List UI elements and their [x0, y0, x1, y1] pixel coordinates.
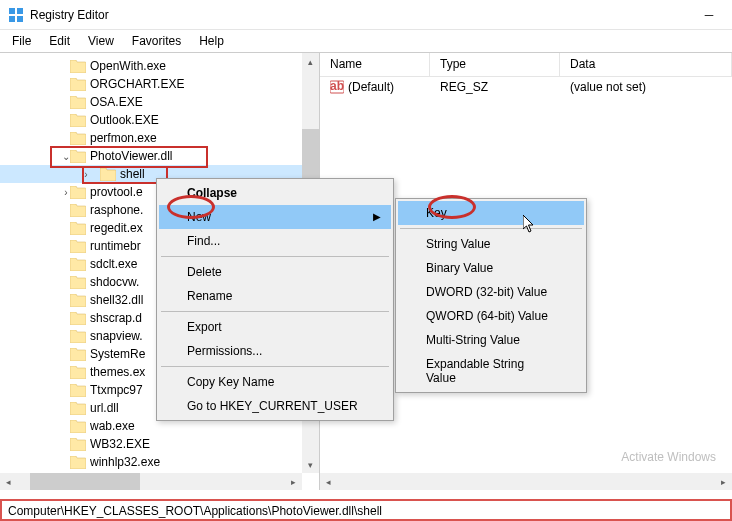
svg-rect-3 — [17, 16, 23, 22]
tree-item-label: OSA.EXE — [90, 95, 143, 109]
ctx-separator — [161, 256, 389, 257]
tree-item-label: runtimebr — [90, 239, 141, 253]
ctx-separator — [400, 228, 582, 229]
window-controls: ─ — [694, 5, 724, 25]
menu-favorites[interactable]: Favorites — [124, 32, 189, 50]
folder-icon — [70, 186, 86, 199]
ctx-delete[interactable]: Delete — [159, 260, 391, 284]
tree-item-label: url.dll — [90, 401, 119, 415]
folder-icon — [100, 168, 116, 181]
string-value-icon: ab — [330, 80, 344, 94]
statusbar: Computer\HKEY_CLASSES_ROOT\Applications\… — [0, 499, 732, 521]
svg-rect-1 — [17, 8, 23, 14]
folder-icon — [70, 330, 86, 343]
row-name: (Default) — [348, 80, 394, 94]
tree-item-label: shell32.dll — [90, 293, 143, 307]
menu-view[interactable]: View — [80, 32, 122, 50]
folder-icon — [70, 150, 86, 163]
folder-icon — [70, 114, 86, 127]
ctx-new-binary[interactable]: Binary Value — [398, 256, 584, 280]
tree-vscroll-thumb[interactable] — [302, 129, 319, 183]
tree-item[interactable]: OpenWith.exe — [0, 57, 319, 75]
expander-icon[interactable]: ⌄ — [60, 151, 72, 162]
ctx-rename[interactable]: Rename — [159, 284, 391, 308]
tree-item-label: shscrap.d — [90, 311, 142, 325]
tree-item-label: snapview. — [90, 329, 143, 343]
minimize-button[interactable]: ─ — [694, 5, 724, 25]
ctx-separator — [161, 311, 389, 312]
grid-hscrollbar[interactable]: ◂ ▸ — [320, 473, 732, 490]
app-icon — [8, 7, 24, 23]
folder-icon — [70, 240, 86, 253]
status-path: Computer\HKEY_CLASSES_ROOT\Applications\… — [8, 504, 382, 518]
ctx-export[interactable]: Export — [159, 315, 391, 339]
tree-item[interactable]: WB32.EXE — [0, 435, 319, 453]
folder-icon — [70, 366, 86, 379]
col-type[interactable]: Type — [430, 53, 560, 76]
tree-item-label: SystemRe — [90, 347, 145, 361]
folder-icon — [70, 438, 86, 451]
tree-item-label: wab.exe — [90, 419, 135, 433]
tree-item-label: perfmon.exe — [90, 131, 157, 145]
expander-icon[interactable]: › — [60, 187, 72, 198]
tree-item-label: themes.ex — [90, 365, 145, 379]
ctx-new-dword[interactable]: DWORD (32-bit) Value — [398, 280, 584, 304]
folder-icon — [70, 456, 86, 469]
ctx-new-key[interactable]: Key — [398, 201, 584, 225]
ctx-new-multistring[interactable]: Multi-String Value — [398, 328, 584, 352]
tree-item[interactable]: ORGCHART.EXE — [0, 75, 319, 93]
context-submenu-new: Key String Value Binary Value DWORD (32-… — [395, 198, 587, 393]
tree-hscroll-thumb[interactable] — [30, 473, 140, 490]
folder-icon — [70, 78, 86, 91]
menubar: File Edit View Favorites Help — [0, 30, 732, 52]
menu-help[interactable]: Help — [191, 32, 232, 50]
ctx-collapse[interactable]: Collapse — [159, 181, 391, 205]
tree-item-label: Ttxmpc97 — [90, 383, 143, 397]
ctx-copy-key-name[interactable]: Copy Key Name — [159, 370, 391, 394]
col-name[interactable]: Name — [320, 53, 430, 76]
svg-rect-2 — [9, 16, 15, 22]
tree-item-label: Outlook.EXE — [90, 113, 159, 127]
ctx-new-qword[interactable]: QWORD (64-bit) Value — [398, 304, 584, 328]
svg-text:ab: ab — [330, 80, 344, 93]
col-data[interactable]: Data — [560, 53, 732, 76]
folder-icon — [70, 420, 86, 433]
tree-item[interactable]: OSA.EXE — [0, 93, 319, 111]
submenu-arrow-icon: ▶ — [373, 211, 381, 222]
ctx-goto-hkcu[interactable]: Go to HKEY_CURRENT_USER — [159, 394, 391, 418]
ctx-new[interactable]: New ▶ — [159, 205, 391, 229]
grid-header: Name Type Data — [320, 53, 732, 77]
folder-icon — [70, 348, 86, 361]
tree-item-label: shell — [120, 167, 145, 181]
tree-item-label: OpenWith.exe — [90, 59, 166, 73]
tree-item-label: provtool.e — [90, 185, 143, 199]
ctx-permissions[interactable]: Permissions... — [159, 339, 391, 363]
ctx-new-string[interactable]: String Value — [398, 232, 584, 256]
folder-icon — [70, 276, 86, 289]
row-type: REG_SZ — [430, 78, 560, 96]
tree-item-label: winhlp32.exe — [90, 455, 160, 469]
folder-icon — [70, 312, 86, 325]
folder-icon — [70, 384, 86, 397]
expander-icon[interactable]: › — [80, 169, 92, 180]
menu-file[interactable]: File — [4, 32, 39, 50]
tree-item[interactable]: Outlook.EXE — [0, 111, 319, 129]
grid-row[interactable]: ab (Default) REG_SZ (value not set) — [320, 77, 732, 97]
ctx-separator — [161, 366, 389, 367]
menu-edit[interactable]: Edit — [41, 32, 78, 50]
tree-item-label: shdocvw. — [90, 275, 139, 289]
context-menu: Collapse New ▶ Find... Delete Rename Exp… — [156, 178, 394, 421]
tree-item-label: sdclt.exe — [90, 257, 137, 271]
ctx-find[interactable]: Find... — [159, 229, 391, 253]
tree-item-label: regedit.ex — [90, 221, 143, 235]
window-title: Registry Editor — [30, 8, 109, 22]
folder-icon — [70, 204, 86, 217]
folder-icon — [70, 258, 86, 271]
ctx-new-expandable[interactable]: Expandable String Value — [398, 352, 584, 390]
tree-hscrollbar[interactable]: ◂ ▸ — [0, 473, 302, 490]
folder-icon — [70, 294, 86, 307]
tree-item[interactable]: perfmon.exe — [0, 129, 319, 147]
tree-item-label: PhotoViewer.dll — [90, 149, 173, 163]
tree-item[interactable]: ⌄PhotoViewer.dll — [0, 147, 319, 165]
tree-item[interactable]: winhlp32.exe — [0, 453, 319, 471]
